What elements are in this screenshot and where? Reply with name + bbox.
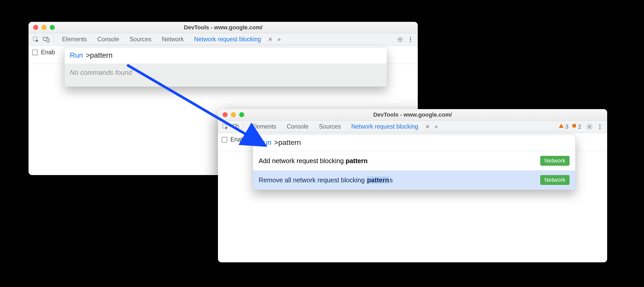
enable-checkbox-label-partial: Enab bbox=[41, 49, 55, 56]
window-title: DevTools - www.google.com/ bbox=[29, 24, 418, 31]
warnings-count-value: 3 bbox=[565, 123, 568, 130]
tab-sources[interactable]: Sources bbox=[314, 121, 345, 133]
close-tab-icon[interactable]: × bbox=[267, 35, 274, 43]
devtools-toolbar: Elements Console Sources Network Network… bbox=[29, 33, 418, 46]
svg-point-3 bbox=[399, 38, 401, 40]
settings-icon[interactable] bbox=[585, 122, 594, 131]
warning-icon bbox=[558, 123, 564, 130]
command-category-badge: Network bbox=[540, 175, 570, 185]
enable-checkbox-label-partial: Enab bbox=[230, 136, 244, 143]
more-tabs-icon[interactable]: » bbox=[432, 123, 439, 130]
maximize-window-button[interactable] bbox=[50, 25, 55, 30]
window-title: DevTools - www.google.com/ bbox=[218, 111, 607, 118]
svg-point-4 bbox=[410, 37, 411, 38]
settings-icon[interactable] bbox=[395, 35, 405, 44]
issues-count[interactable]: 2 bbox=[572, 123, 581, 130]
tab-console[interactable]: Console bbox=[93, 33, 124, 45]
window-traffic-lights bbox=[33, 25, 55, 30]
inspect-element-icon[interactable] bbox=[221, 122, 230, 131]
run-prefix: Run bbox=[70, 51, 83, 59]
svg-rect-9 bbox=[236, 125, 238, 129]
command-result-text: Add network request blocking pattern bbox=[259, 157, 368, 165]
issue-icon bbox=[572, 123, 577, 130]
command-query: >pattern bbox=[274, 138, 301, 147]
more-menu-icon[interactable] bbox=[595, 122, 605, 131]
toolbar-divider bbox=[54, 36, 54, 43]
tab-sources[interactable]: Sources bbox=[125, 33, 156, 45]
device-toolbar-icon[interactable] bbox=[42, 35, 51, 44]
warnings-count[interactable]: 3 bbox=[558, 123, 568, 130]
devtools-window-after: DevTools - www.google.com/ Elements Cons… bbox=[218, 109, 607, 262]
devtools-toolbar: Elements Console Sources Network request… bbox=[218, 121, 607, 133]
svg-rect-10 bbox=[572, 124, 576, 127]
command-category-badge: Network bbox=[540, 156, 570, 166]
tab-elements[interactable]: Elements bbox=[57, 33, 92, 45]
titlebar: DevTools - www.google.com/ bbox=[218, 109, 607, 121]
tab-network-request-blocking[interactable]: Network request blocking bbox=[189, 33, 266, 45]
tab-network-request-blocking[interactable]: Network request blocking bbox=[347, 121, 423, 133]
enable-checkbox[interactable] bbox=[32, 50, 38, 55]
svg-point-14 bbox=[599, 128, 600, 129]
svg-point-11 bbox=[589, 126, 591, 128]
command-query: >pattern bbox=[86, 51, 113, 59]
svg-point-13 bbox=[599, 126, 600, 127]
minimize-window-button[interactable] bbox=[42, 25, 46, 30]
command-palette: Run >pattern Add network request blockin… bbox=[253, 135, 576, 190]
close-window-button[interactable] bbox=[33, 25, 38, 30]
command-palette-input-row[interactable]: Run >pattern bbox=[65, 48, 387, 64]
issues-count-value: 2 bbox=[578, 123, 581, 130]
more-tabs-icon[interactable]: » bbox=[275, 36, 282, 43]
titlebar: DevTools - www.google.com/ bbox=[29, 22, 418, 33]
svg-point-5 bbox=[410, 39, 411, 40]
command-result-add-pattern[interactable]: Add network request blocking pattern Net… bbox=[253, 151, 575, 170]
svg-point-6 bbox=[410, 41, 411, 42]
inspect-element-icon[interactable] bbox=[31, 35, 40, 44]
tab-network[interactable]: Network bbox=[157, 33, 188, 45]
device-toolbar-icon[interactable] bbox=[231, 122, 240, 131]
toolbar-divider bbox=[243, 123, 244, 131]
svg-rect-2 bbox=[47, 38, 49, 42]
close-tab-icon[interactable]: × bbox=[424, 123, 431, 131]
window-traffic-lights bbox=[223, 112, 244, 117]
run-prefix: Run bbox=[258, 138, 271, 147]
command-palette-input-row[interactable]: Run >pattern bbox=[253, 135, 575, 151]
minimize-window-button[interactable] bbox=[231, 112, 236, 117]
close-window-button[interactable] bbox=[223, 112, 228, 117]
tab-console[interactable]: Console bbox=[282, 121, 313, 133]
more-menu-icon[interactable] bbox=[406, 35, 415, 44]
svg-point-12 bbox=[599, 124, 600, 125]
command-result-remove-patterns[interactable]: Remove all network request blocking patt… bbox=[253, 170, 575, 190]
command-result-text: Remove all network request blocking patt… bbox=[259, 176, 393, 184]
tab-elements[interactable]: Elements bbox=[247, 121, 281, 133]
no-results-message: No commands found bbox=[65, 64, 387, 86]
maximize-window-button[interactable] bbox=[239, 112, 244, 117]
command-palette: Run >pattern No commands found bbox=[64, 47, 387, 87]
enable-checkbox[interactable] bbox=[222, 137, 227, 143]
